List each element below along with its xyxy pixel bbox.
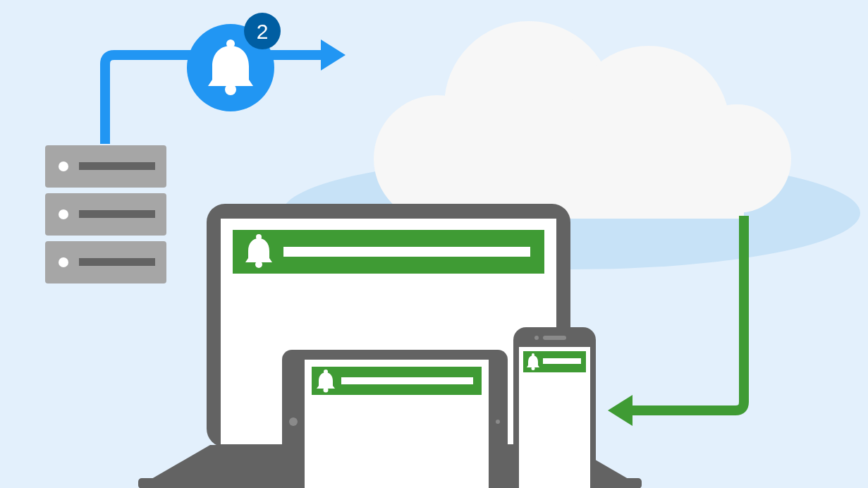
svg-point-13: [59, 257, 68, 267]
svg-point-25: [255, 261, 262, 268]
svg-rect-11: [79, 210, 155, 218]
diagram-canvas: 2: [0, 0, 868, 488]
svg-marker-19: [608, 395, 632, 426]
svg-rect-35: [543, 336, 566, 340]
svg-point-17: [225, 84, 236, 95]
server-unit-3: [45, 241, 166, 283]
tablet-notification: [312, 367, 482, 395]
svg-point-32: [324, 388, 329, 393]
server-unit-2: [45, 193, 166, 236]
svg-point-38: [532, 353, 534, 356]
tablet-device: [282, 350, 508, 488]
server-unit-1: [45, 145, 166, 188]
cloud: [374, 21, 791, 222]
tablet-notification-bar: [341, 377, 473, 384]
svg-point-31: [324, 370, 328, 374]
notification-badge-count: 2: [257, 20, 269, 43]
svg-rect-8: [79, 162, 155, 170]
svg-point-16: [226, 39, 235, 48]
server-stack: [45, 145, 166, 283]
phone-device: [513, 327, 596, 488]
laptop-notification: [233, 230, 544, 274]
phone-notification: [523, 351, 586, 372]
svg-point-10: [59, 209, 68, 219]
svg-rect-14: [79, 258, 155, 266]
svg-point-29: [496, 420, 500, 424]
svg-point-7: [59, 161, 68, 171]
svg-marker-15: [321, 39, 346, 71]
notification-badge: 2: [244, 13, 281, 49]
laptop-notification-bar: [283, 247, 530, 257]
svg-point-36: [534, 336, 539, 340]
svg-point-24: [256, 234, 262, 240]
svg-point-39: [532, 367, 535, 370]
svg-point-28: [289, 417, 298, 426]
phone-notification-bar: [543, 358, 581, 364]
notification-hub: 2: [187, 13, 281, 111]
